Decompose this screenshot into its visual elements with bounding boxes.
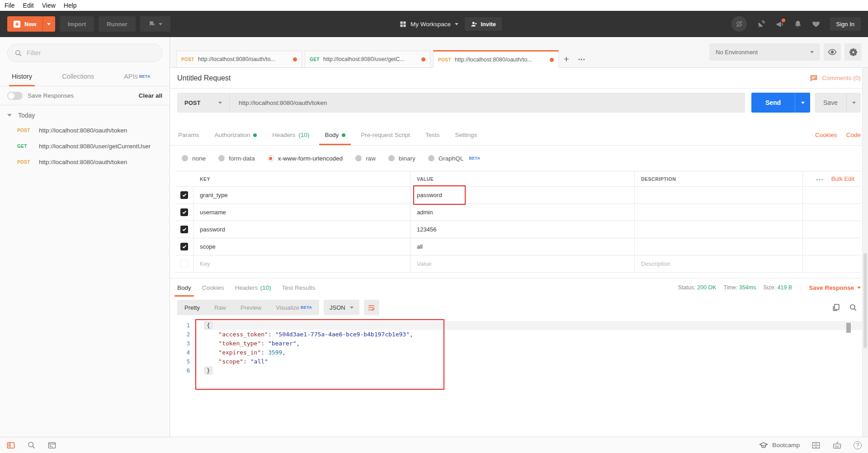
sidebar-tab-history[interactable]: History xyxy=(12,66,32,86)
cookies-link[interactable]: Cookies xyxy=(815,132,837,138)
kv-key[interactable]: grant_type xyxy=(193,187,410,203)
environment-quick-look-button[interactable] xyxy=(824,43,841,61)
tab-params[interactable]: Params xyxy=(177,132,200,145)
tab-headers[interactable]: Headers(10) xyxy=(271,132,310,145)
body-mode-x-www-form-urlencoded[interactable]: x-www-form-urlencoded xyxy=(268,155,343,162)
send-options-button[interactable] xyxy=(795,93,810,113)
request-tab[interactable]: POSThttp://localhost:8080/oauth/to... xyxy=(176,51,302,67)
history-item[interactable]: POSThttp://localhost:8080/oauth/token xyxy=(0,154,170,170)
new-dropdown-button[interactable] xyxy=(42,16,55,32)
menu-item-file[interactable]: File xyxy=(5,2,15,9)
history-item[interactable]: GEThttp://localhost:8080/user/getCurrent… xyxy=(0,138,170,154)
response-tab-test-results[interactable]: Test Results xyxy=(282,278,316,297)
sidebar-tab-collections[interactable]: Collections xyxy=(62,66,94,86)
workspace-switcher[interactable]: My Workspace xyxy=(400,21,458,28)
tab-authorization[interactable]: Authorization xyxy=(214,132,258,145)
key-placeholder[interactable]: Key xyxy=(193,255,410,272)
sync-off-icon[interactable] xyxy=(731,16,747,32)
add-tab-button[interactable] xyxy=(559,51,574,67)
keyboard-shortcuts-icon[interactable] xyxy=(832,440,842,450)
new-button[interactable]: New xyxy=(7,16,55,32)
bulk-edit-button[interactable]: Bulk Edit xyxy=(831,175,854,182)
search-icon[interactable] xyxy=(849,303,857,311)
kv-description[interactable] xyxy=(635,204,803,221)
response-format-selector[interactable]: JSON xyxy=(324,300,359,315)
tab-pre-request-script[interactable]: Pre-request Script xyxy=(360,132,411,145)
kv-key[interactable]: username xyxy=(193,204,410,221)
environment-selector[interactable]: No Environment xyxy=(709,43,820,61)
wrap-text-button[interactable] xyxy=(364,300,379,315)
invite-button[interactable]: Invite xyxy=(465,17,502,31)
kv-value[interactable]: 123456 xyxy=(410,221,635,238)
kv-value[interactable]: admin xyxy=(410,204,635,221)
url-input[interactable]: http://localhost:8080/oauth/token xyxy=(230,93,745,113)
scrollbar-thumb[interactable] xyxy=(863,253,867,348)
console-icon[interactable] xyxy=(47,441,57,450)
request-tab[interactable]: GEThttp://localhost:8080/user/getC... xyxy=(305,51,430,67)
filter-input[interactable] xyxy=(27,49,155,57)
method-selector[interactable]: POST xyxy=(177,93,230,113)
tab-body[interactable]: Body xyxy=(324,132,346,145)
announcements-icon[interactable] xyxy=(775,20,784,28)
response-tab-body[interactable]: Body xyxy=(177,278,191,297)
value-placeholder[interactable]: Value xyxy=(410,255,635,272)
send-button[interactable]: Send xyxy=(751,93,795,113)
menu-item-edit[interactable]: Edit xyxy=(23,2,34,9)
save-responses-toggle[interactable] xyxy=(7,92,23,100)
body-mode-raw[interactable]: raw xyxy=(355,155,376,162)
body-mode-none[interactable]: none xyxy=(182,155,206,162)
comments-button[interactable]: Comments (0) xyxy=(809,74,861,83)
kv-value[interactable]: all xyxy=(410,238,635,255)
checkbox[interactable] xyxy=(180,243,188,250)
tab-options-button[interactable] xyxy=(574,51,590,67)
clear-all-button[interactable]: Clear all xyxy=(138,92,162,99)
import-button[interactable]: Import xyxy=(60,16,94,32)
view-tab-raw[interactable]: Raw xyxy=(207,300,233,315)
body-mode-binary[interactable]: binary xyxy=(388,155,415,162)
checkbox[interactable] xyxy=(180,191,188,199)
tab-tests[interactable]: Tests xyxy=(425,132,441,145)
code-link[interactable]: Code xyxy=(846,132,861,138)
body-mode-graphql[interactable]: GraphQLBETA xyxy=(428,155,481,162)
scrollbar-thumb[interactable] xyxy=(846,323,851,333)
new-window-button[interactable] xyxy=(140,16,170,32)
checkbox[interactable] xyxy=(180,226,188,233)
request-title[interactable]: Untitled Request xyxy=(177,74,231,82)
history-item[interactable]: POSThttp://localhost:8080/oauth/token xyxy=(0,123,170,138)
scrollbar[interactable] xyxy=(862,68,868,437)
save-button[interactable]: Save xyxy=(815,93,846,113)
save-response-button[interactable]: Save Response xyxy=(801,284,861,291)
help-icon[interactable] xyxy=(854,441,862,449)
view-tab-pretty[interactable]: Pretty xyxy=(177,300,207,315)
kv-key[interactable]: password xyxy=(193,221,410,238)
kv-description[interactable] xyxy=(635,238,803,255)
history-group-today[interactable]: Today xyxy=(0,105,170,123)
runner-button[interactable]: Runner xyxy=(99,16,136,32)
kv-placeholder-row[interactable]: Key Value Description xyxy=(175,255,861,273)
two-pane-view-icon[interactable] xyxy=(811,441,821,450)
menu-item-help[interactable]: Help xyxy=(64,2,77,9)
environment-settings-button[interactable] xyxy=(844,43,862,61)
checkbox[interactable] xyxy=(180,208,188,216)
satellite-icon[interactable] xyxy=(757,20,765,28)
toggle-sidebar-icon[interactable] xyxy=(6,441,15,450)
heart-icon[interactable] xyxy=(812,20,820,28)
bell-icon[interactable] xyxy=(794,20,802,28)
response-tab-headers[interactable]: Headers(10) xyxy=(235,278,271,297)
sidebar-tab-apis[interactable]: APIsBETA xyxy=(124,66,151,86)
response-tab-cookies[interactable]: Cookies xyxy=(202,278,224,297)
description-placeholder[interactable]: Description xyxy=(635,255,803,272)
more-options-icon[interactable] xyxy=(816,175,824,183)
sign-in-button[interactable]: Sign In xyxy=(830,17,861,31)
bootcamp-button[interactable]: Bootcamp xyxy=(759,441,800,450)
menu-item-view[interactable]: View xyxy=(42,2,56,9)
view-tab-visualize[interactable]: VisualizeBETA xyxy=(269,300,319,315)
request-tab[interactable]: POSThttp://localhost:8080/oauth/to... xyxy=(433,50,559,68)
kv-key[interactable]: scope xyxy=(193,238,410,255)
view-tab-preview[interactable]: Preview xyxy=(233,300,269,315)
find-icon[interactable] xyxy=(27,441,36,449)
tab-settings[interactable]: Settings xyxy=(454,132,478,145)
save-options-button[interactable] xyxy=(846,93,861,113)
body-mode-form-data[interactable]: form-data xyxy=(218,155,255,162)
kv-description[interactable] xyxy=(635,221,803,238)
